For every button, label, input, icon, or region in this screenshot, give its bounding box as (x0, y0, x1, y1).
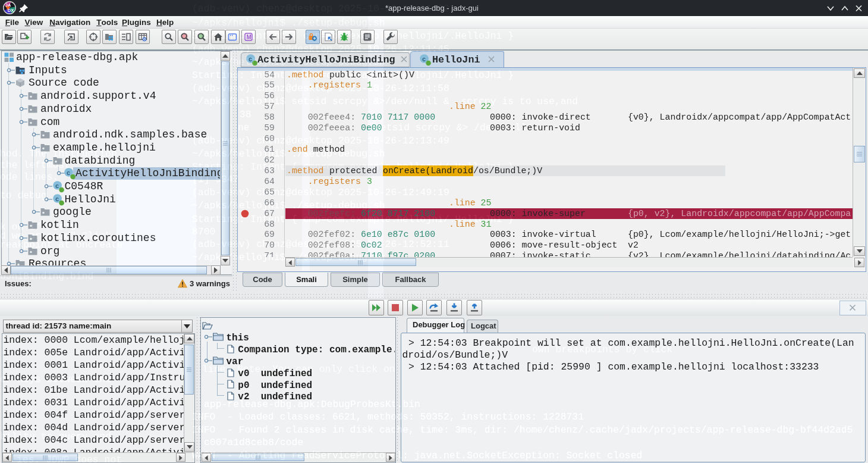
svg-text:c: c (55, 183, 59, 190)
svg-text:c: c (55, 195, 59, 202)
svg-text:c: c (422, 55, 426, 62)
svg-text:JA: JA (5, 2, 11, 8)
svg-text:DX: DX (8, 8, 14, 13)
